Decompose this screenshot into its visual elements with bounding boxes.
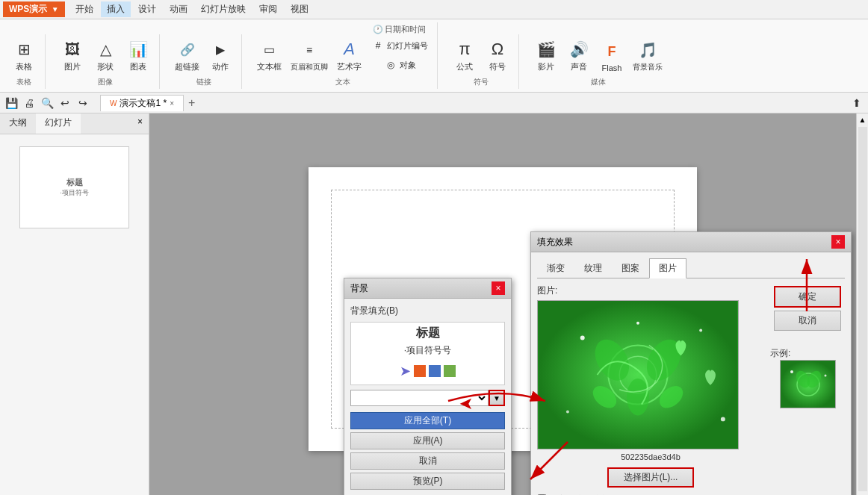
fill-tab-pattern[interactable]: 图案 bbox=[612, 258, 649, 278]
ribbon-group-link: 🔗 超链接 ▶ 动作 链接 bbox=[169, 34, 242, 89]
fill-effect-dialog-body: 渐变 纹理 图案 图片 图片: bbox=[531, 252, 851, 495]
bg-preview-btn[interactable]: 预览(P) bbox=[350, 473, 505, 490]
menu-insert[interactable]: 插入 bbox=[101, 1, 131, 17]
ribbon-btn-chart[interactable]: 📊 图表 bbox=[123, 36, 153, 74]
ribbon-label-media: 媒体 bbox=[591, 77, 606, 87]
toolbar-print[interactable]: 🖨 bbox=[21, 95, 37, 111]
toolbar-redo[interactable]: ↪ bbox=[75, 95, 91, 111]
color-swatch-green bbox=[444, 365, 456, 377]
ribbon-btn-flash[interactable]: F Flash bbox=[597, 38, 627, 74]
fill-effect-dialog-title: 填充效果 × bbox=[531, 232, 851, 252]
ribbon: ⊞ 表格 表格 🖼 图片 △ 形状 📊 图表 图像 🔗 bbox=[0, 19, 868, 93]
toolbar: 💾 🖨 🔍 ↩ ↪ W 演示文稿1 * × + ⬆ bbox=[0, 93, 868, 113]
ribbon-btn-sound[interactable]: 🔊 声音 bbox=[564, 36, 594, 74]
ribbon-btn-slidenum[interactable]: # 幻灯片编号 bbox=[368, 37, 431, 55]
fill-effect-dialog[interactable]: 填充效果 × 渐变 纹理 图案 图片 图片: bbox=[530, 231, 852, 495]
bg-apply-btn[interactable]: 应用(A) bbox=[350, 432, 505, 449]
bg-dropdown-row: ▼ bbox=[350, 390, 505, 406]
ribbon-label-symbol: 符号 bbox=[474, 77, 489, 87]
fill-effect-dialog-close[interactable]: × bbox=[831, 235, 845, 249]
ribbon-btn-shape[interactable]: △ 形状 bbox=[90, 36, 120, 74]
bg-fill-label: 背景填充(B) bbox=[350, 305, 505, 317]
ribbon-group-table: ⊞ 表格 表格 bbox=[6, 34, 46, 89]
svg-point-11 bbox=[721, 417, 725, 421]
ribbon-btn-textbox[interactable]: ▭ 文本框 bbox=[254, 36, 285, 74]
canvas-area: 背景 × 背景填充(B) 标题 ·项目符号号 ➤ bbox=[149, 113, 856, 495]
toolbar-save[interactable]: 💾 bbox=[3, 95, 19, 111]
ribbon-btn-wordart[interactable]: A 艺术字 bbox=[334, 36, 365, 74]
fill-ok-btn[interactable]: 确定 bbox=[774, 286, 841, 308]
menu-slideshow[interactable]: 幻灯片放映 bbox=[195, 1, 252, 17]
menu-animation[interactable]: 动画 bbox=[164, 1, 193, 17]
ribbon-label-table: 表格 bbox=[16, 77, 31, 87]
add-tab-btn[interactable]: + bbox=[185, 96, 198, 110]
right-scrollbar: ▲ ▼ bbox=[856, 113, 868, 495]
slide-thumbnail-1[interactable]: 标题 ·项目符号 bbox=[19, 146, 129, 228]
fill-select-picture-btn[interactable]: 选择图片(L)... bbox=[607, 467, 695, 488]
background-dialog-body: 背景填充(B) 标题 ·项目符号号 ➤ bbox=[344, 299, 511, 495]
fill-example-svg bbox=[781, 361, 836, 408]
bg-apply-all-btn[interactable]: 应用全部(T) bbox=[350, 412, 505, 429]
chart-icon: 📊 bbox=[126, 37, 150, 61]
svg-point-8 bbox=[580, 336, 585, 340]
toolbar-expand[interactable]: ⬆ bbox=[849, 95, 865, 111]
ribbon-btn-symbol[interactable]: Ω 符号 bbox=[483, 36, 512, 74]
textbox-icon: ▭ bbox=[258, 37, 282, 61]
formula-icon: π bbox=[453, 37, 477, 61]
scroll-up-btn[interactable]: ▲ bbox=[857, 113, 869, 125]
color-swatch-orange bbox=[414, 365, 426, 377]
fill-example-preview bbox=[780, 360, 836, 408]
panel-tab-outline[interactable]: 大纲 bbox=[0, 113, 36, 134]
panel-close-btn[interactable]: × bbox=[131, 113, 149, 134]
background-dialog-close[interactable]: × bbox=[492, 281, 505, 295]
wps-logo[interactable]: WPS演示 ▼ bbox=[3, 1, 65, 17]
ribbon-group-text: ▭ 文本框 ≡ 页眉和页脚 A 艺术字 🕐 日期和时间 # 幻灯片编号 bbox=[251, 22, 438, 89]
fill-image-hash: 502235dae3d4b bbox=[537, 452, 764, 461]
ribbon-btn-object[interactable]: ◎ 对象 bbox=[380, 56, 419, 74]
document-tab[interactable]: W 演示文稿1 * × bbox=[100, 95, 184, 111]
toolbar-undo[interactable]: ↩ bbox=[57, 95, 73, 111]
menu-view[interactable]: 视图 bbox=[285, 1, 314, 17]
fill-left-panel: 图片: bbox=[537, 284, 764, 495]
fill-example-label: 示例: bbox=[770, 347, 790, 360]
tab-close-btn[interactable]: × bbox=[170, 99, 174, 108]
ribbon-btn-picture[interactable]: 🖼 图片 bbox=[58, 36, 87, 74]
slide-list: 1 标题 ·项目符号 bbox=[0, 134, 149, 240]
ribbon-group-image: 🖼 图片 △ 形状 📊 图表 图像 bbox=[55, 34, 160, 89]
ribbon-btn-action[interactable]: ▶ 动作 bbox=[205, 36, 235, 74]
ribbon-btn-movie[interactable]: 🎬 影片 bbox=[531, 36, 561, 74]
ribbon-btn-group-slide-num: 🕐 日期和时间 # 幻灯片编号 ◎ 对象 bbox=[368, 24, 431, 74]
fill-tab-texture[interactable]: 纹理 bbox=[574, 258, 612, 278]
ribbon-btn-header-footer[interactable]: ≡ 页眉和页脚 bbox=[288, 37, 331, 74]
ribbon-btn-table[interactable]: ⊞ 表格 bbox=[9, 36, 39, 74]
green-floral-svg bbox=[538, 301, 738, 449]
panel-tab-slides[interactable]: 幻灯片 bbox=[36, 113, 81, 134]
menu-review[interactable]: 审阅 bbox=[253, 1, 283, 17]
fill-cancel-btn[interactable]: 取消 bbox=[774, 311, 841, 331]
slidenum-icon: # bbox=[371, 38, 385, 53]
bg-fill-select[interactable] bbox=[350, 390, 489, 406]
wordart-icon: A bbox=[338, 37, 362, 61]
menu-start[interactable]: 开始 bbox=[69, 1, 99, 17]
fill-tab-gradient[interactable]: 渐变 bbox=[537, 258, 574, 278]
ribbon-btn-hyperlink[interactable]: 🔗 超链接 bbox=[172, 36, 202, 74]
object-icon: ◎ bbox=[383, 57, 398, 72]
menu-design[interactable]: 设计 bbox=[132, 1, 162, 17]
fill-effect-content: 图片: bbox=[537, 284, 845, 495]
fill-image-label: 图片: bbox=[537, 284, 764, 297]
flash-icon: F bbox=[600, 40, 624, 63]
symbol-icon: Ω bbox=[486, 37, 509, 61]
background-dialog[interactable]: 背景 × 背景填充(B) 标题 ·项目符号号 ➤ bbox=[344, 278, 512, 495]
sound-icon: 🔊 bbox=[567, 37, 591, 61]
toolbar-preview[interactable]: 🔍 bbox=[39, 95, 55, 111]
datetime-btn[interactable]: 🕐 日期和时间 bbox=[373, 24, 426, 35]
bg-dropdown-arrow-btn[interactable]: ▼ bbox=[489, 390, 505, 406]
svg-point-12 bbox=[636, 322, 639, 325]
bg-preview: 标题 ·项目符号号 ➤ bbox=[350, 322, 505, 385]
fill-effect-tabs: 渐变 纹理 图案 图片 bbox=[537, 258, 845, 278]
ribbon-btn-formula[interactable]: π 公式 bbox=[450, 36, 480, 74]
ribbon-group-media: 🎬 影片 🔊 声音 F Flash 🎵 背景音乐 媒体 bbox=[528, 34, 672, 89]
fill-tab-picture[interactable]: 图片 bbox=[649, 258, 686, 278]
ribbon-btn-bg-music[interactable]: 🎵 背景音乐 bbox=[630, 37, 666, 74]
bg-cancel-btn[interactable]: 取消 bbox=[350, 452, 505, 470]
